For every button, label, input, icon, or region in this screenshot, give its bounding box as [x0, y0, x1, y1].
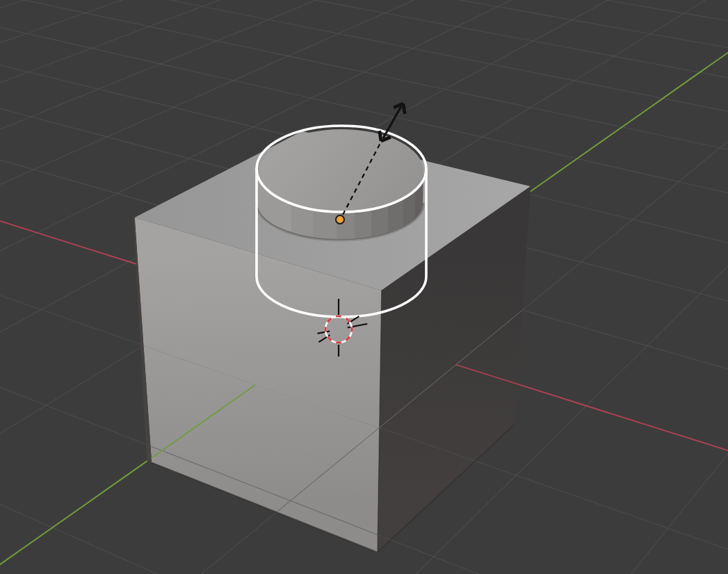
viewport-3d[interactable] — [0, 0, 728, 574]
scene-canvas[interactable] — [0, 0, 728, 574]
object-origin-dot — [336, 215, 344, 224]
